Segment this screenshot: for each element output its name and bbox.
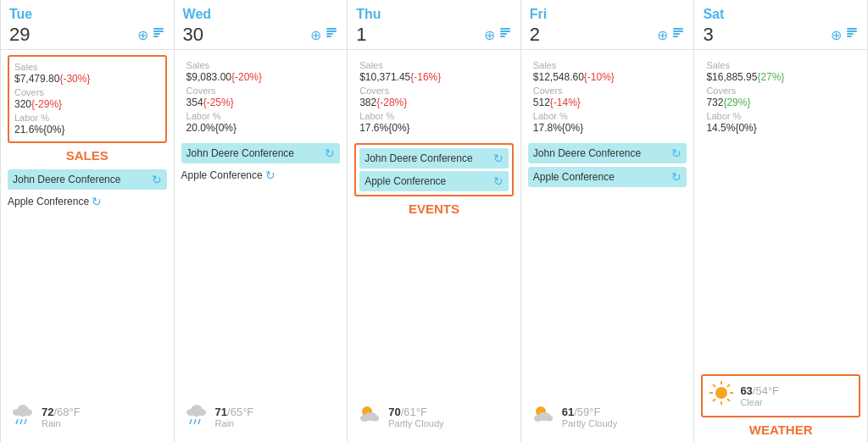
svg-line-9 — [25, 419, 26, 424]
day-header-wed: Wed30⊕ — [175, 0, 348, 50]
add-event-icon[interactable]: ⊕ — [831, 27, 842, 43]
add-event-icon[interactable]: ⊕ — [310, 27, 321, 43]
day-name-sat: Sat — [703, 7, 859, 22]
stat-value: 14.5%{0%} — [706, 122, 855, 134]
stat-label: Sales — [359, 60, 509, 70]
weather-section: 72/68°FRain — [8, 397, 167, 437]
weather-desc: Clear — [740, 397, 779, 407]
partly-cloudy-weather-icon — [356, 401, 383, 434]
svg-rect-23 — [500, 36, 505, 37]
event-name: John Deere Conference — [186, 147, 294, 159]
svg-line-7 — [16, 419, 18, 424]
stat-label: Labor % — [359, 111, 509, 121]
add-event-icon[interactable]: ⊕ — [657, 27, 668, 43]
day-name-wed: Wed — [183, 7, 339, 22]
stat-label: Labor % — [186, 111, 336, 121]
stat-label: Sales — [14, 62, 160, 72]
event-name: Apple Conference — [8, 196, 89, 207]
refresh-icon[interactable]: ↻ — [671, 146, 682, 160]
sales-section: Sales$9,083.00{-20%}Covers354{-25%}Labor… — [181, 55, 341, 140]
stat-value: 21.6%{0%} — [14, 124, 160, 135]
svg-rect-39 — [847, 36, 852, 37]
refresh-icon[interactable]: ↻ — [493, 174, 504, 188]
refresh-icon[interactable]: ↻ — [493, 152, 504, 165]
weather-info: 70/61°FPartly Cloudy — [388, 406, 443, 428]
edit-icon[interactable] — [325, 26, 338, 43]
add-event-icon[interactable]: ⊕ — [484, 27, 495, 43]
day-col-fri: Fri2⊕Sales$12,548.60{-10%}Covers512{-14%… — [521, 0, 695, 442]
weather-temp: 61/59°F — [562, 406, 617, 418]
svg-point-26 — [360, 415, 369, 422]
refresh-icon[interactable]: ↻ — [325, 146, 335, 160]
edit-icon[interactable] — [498, 26, 512, 43]
svg-line-19 — [198, 419, 200, 424]
refresh-icon[interactable]: ↻ — [265, 169, 275, 182]
events-box: John Deere Conference↻Apple Conference↻ — [354, 143, 514, 196]
svg-rect-2 — [153, 33, 160, 35]
event-item: John Deere Conference↻ — [8, 169, 167, 190]
weather-desc: Partly Cloudy — [388, 418, 443, 428]
stat-value: 732{29%} — [706, 97, 855, 108]
stat-value: $12,548.60{-10%} — [533, 71, 682, 83]
svg-rect-31 — [673, 36, 678, 37]
edit-icon[interactable] — [845, 26, 859, 43]
partly-cloudy-weather-icon — [530, 401, 557, 434]
svg-rect-0 — [153, 28, 164, 30]
svg-line-45 — [713, 384, 715, 387]
sales-section: Sales$10,371.45{-16%}Covers382{-28%}Labo… — [354, 55, 514, 140]
sales-section: Sales$7,479.80{-30%}Covers320{-29%}Labor… — [8, 55, 167, 143]
svg-line-17 — [190, 419, 192, 424]
svg-point-5 — [13, 409, 21, 416]
svg-rect-12 — [326, 33, 333, 35]
event-item: Apple Conference↻ — [528, 167, 687, 187]
svg-line-48 — [713, 399, 715, 401]
svg-point-35 — [546, 416, 553, 422]
day-name-thu: Thu — [356, 7, 512, 22]
weather-section: 63/54°FClear — [701, 374, 860, 417]
svg-line-8 — [20, 419, 22, 424]
stat-value: $7,479.80{-30%} — [14, 73, 160, 85]
stat-value: 512{-14%} — [533, 97, 682, 108]
day-actions-sat: ⊕ — [831, 26, 859, 43]
weather-info: 71/65°FRain — [215, 406, 254, 428]
day-number-thu: 1 — [356, 24, 366, 46]
weather-section: 70/61°FPartly Cloudy — [354, 397, 514, 437]
stat-value: 354{-25%} — [186, 97, 336, 108]
svg-rect-29 — [673, 30, 683, 32]
svg-rect-1 — [153, 30, 164, 32]
stat-value: $10,371.45{-16%} — [359, 71, 509, 83]
event-item: John Deere Conference↻ — [359, 148, 509, 169]
day-body-wed: Sales$9,083.00{-20%}Covers354{-25%}Labor… — [175, 50, 348, 442]
stat-value: 17.6%{0%} — [359, 122, 509, 134]
event-name: Apple Conference — [181, 169, 263, 181]
day-body-fri: Sales$12,548.60{-10%}Covers512{-14%}Labo… — [521, 50, 694, 442]
stat-label: Covers — [533, 86, 682, 96]
event-name: Apple Conference — [533, 171, 615, 183]
day-header-fri: Fri2⊕ — [521, 0, 694, 50]
stat-label: Covers — [359, 86, 509, 96]
refresh-icon[interactable]: ↻ — [92, 195, 102, 208]
svg-rect-20 — [500, 28, 510, 30]
edit-icon[interactable] — [671, 26, 685, 43]
edit-icon[interactable] — [152, 26, 165, 43]
stat-label: Covers — [186, 86, 336, 96]
weather-info: 72/68°FRain — [42, 406, 81, 428]
event-item: Apple Conference↻ — [359, 171, 509, 191]
stat-value: $16,885.95{27%} — [706, 71, 855, 83]
add-event-icon[interactable]: ⊕ — [137, 27, 148, 43]
event-item: John Deere Conference↻ — [181, 143, 341, 163]
day-body-sat: Sales$16,885.95{27%}Covers732{29%}Labor … — [694, 50, 867, 442]
refresh-icon[interactable]: ↻ — [671, 170, 682, 184]
svg-rect-38 — [847, 33, 854, 35]
refresh-icon[interactable]: ↻ — [152, 173, 162, 186]
stat-value: 320{-29%} — [14, 98, 160, 110]
weather-temp: 70/61°F — [388, 406, 443, 418]
events-section-label: EVENTS — [354, 202, 514, 216]
day-header-sat: Sat3⊕ — [694, 0, 867, 50]
event-name: John Deere Conference — [533, 147, 641, 159]
day-actions-tue: ⊕ — [137, 26, 165, 43]
sales-section-label: SALES — [8, 148, 167, 163]
svg-point-6 — [24, 409, 32, 416]
day-header-tue: Tue29⊕ — [1, 0, 174, 50]
sales-section: Sales$16,885.95{27%}Covers732{29%}Labor … — [701, 55, 860, 140]
